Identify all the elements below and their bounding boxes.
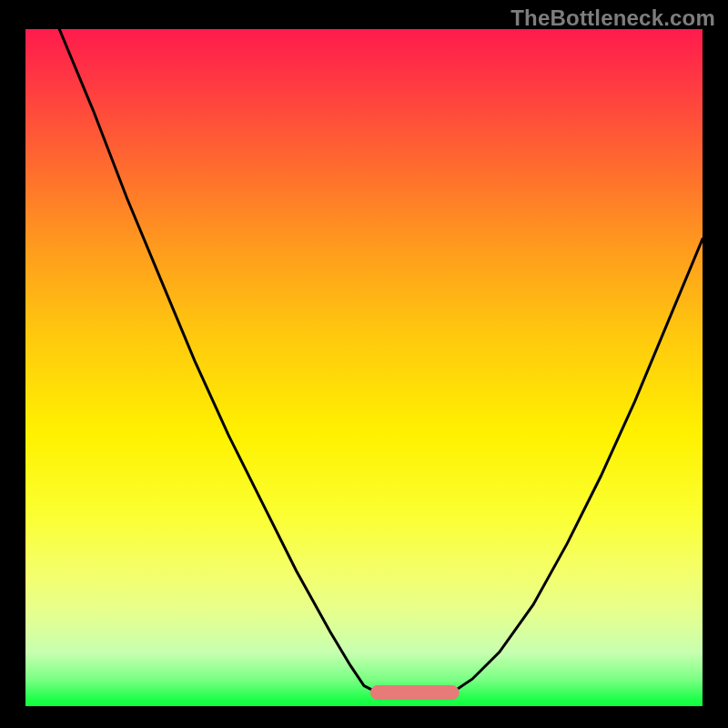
curve-left [59,29,378,693]
curve-right [452,239,703,693]
chart-plot-area [25,29,703,706]
watermark: TheBottleneck.com [511,5,715,31]
chart-curves [25,29,703,706]
